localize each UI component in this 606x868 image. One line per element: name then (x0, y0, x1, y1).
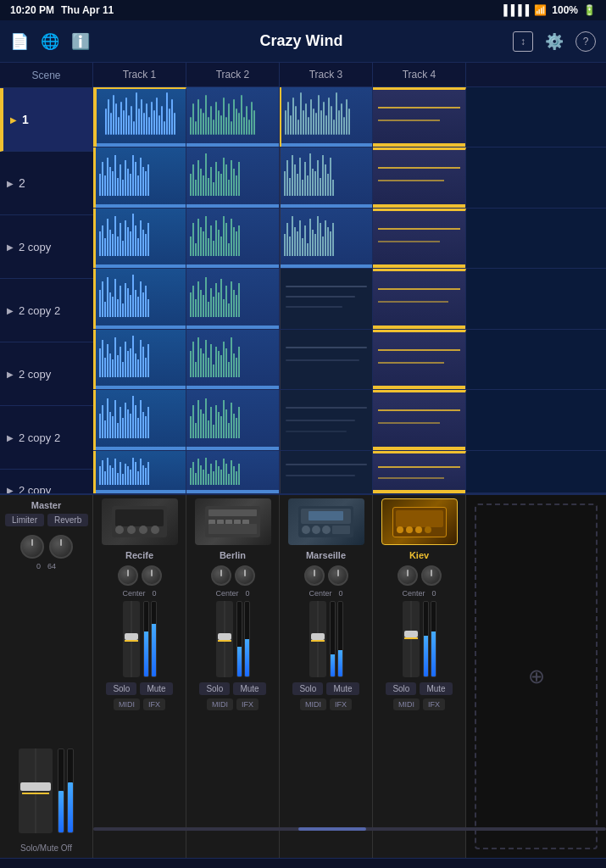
device-berlin[interactable] (195, 498, 271, 545)
clip-5-3[interactable] (280, 330, 373, 390)
kiev-knob-vol[interactable] (421, 565, 442, 586)
scene-row-1[interactable]: ▶ 1 (0, 88, 93, 152)
limiter-button[interactable]: Limiter (5, 514, 44, 526)
scene-row-2copy2b[interactable]: ▶ 2 copy 2 (0, 406, 93, 470)
scene-play-2copy[interactable]: ▶ (7, 242, 14, 252)
berlin-ifx-button[interactable]: IFX (236, 698, 259, 710)
kiev-pan-label: Center (402, 589, 425, 598)
clip-7-4[interactable] (373, 451, 466, 493)
clip-3-4[interactable] (373, 209, 466, 269)
scene-play-1[interactable]: ▶ (10, 115, 17, 125)
channel-name-berlin: Berlin (220, 550, 246, 560)
clip-3-2[interactable] (186, 209, 280, 269)
kiev-solo-button[interactable]: Solo (386, 682, 416, 695)
help-icon[interactable]: ? (575, 31, 596, 52)
track-header-1[interactable]: Track 1 (93, 63, 186, 86)
recife-ifx-button[interactable]: IFX (143, 698, 165, 710)
recife-knob-vol[interactable] (142, 565, 162, 586)
info-icon[interactable]: ℹ️ (71, 32, 90, 51)
berlin-pan-label: Center (215, 589, 238, 598)
clip-1-1[interactable] (93, 87, 186, 147)
scene-row-2copy[interactable]: ▶ 2 copy (0, 215, 93, 279)
master-channel-name: Master (5, 500, 87, 510)
export-icon[interactable]: ↕ (513, 31, 533, 52)
recife-solo-button[interactable]: Solo (106, 682, 136, 695)
clip-3-3[interactable] (280, 209, 373, 269)
berlin-midi-button[interactable]: MIDI (207, 698, 233, 710)
scene-name-1: 1 (22, 113, 29, 126)
master-effects: Limiter Reverb (5, 514, 87, 526)
scene-play-2copy2[interactable]: ▶ (7, 306, 14, 315)
clip-1-2[interactable] (186, 87, 280, 147)
clip-1-4[interactable] (373, 87, 466, 147)
kiev-knob-pan[interactable] (398, 565, 418, 586)
recife-mute-button[interactable]: Mute (140, 682, 172, 695)
scene-name-2copy3: 2 copy (19, 368, 51, 381)
scene-play-2copy3[interactable]: ▶ (7, 370, 14, 379)
scene-row-partial[interactable]: ▶ 2 copy (0, 470, 93, 493)
clip-4-4[interactable] (373, 269, 466, 329)
device-kiev[interactable] (381, 498, 458, 545)
berlin-solo-button[interactable]: Solo (199, 682, 230, 695)
reverb-button[interactable]: Reverb (47, 514, 88, 526)
marseille-ifx-button[interactable]: IFX (330, 698, 352, 710)
clip-2-4[interactable] (373, 147, 466, 208)
marseille-knob-vol[interactable] (328, 565, 348, 586)
clip-2-3[interactable] (280, 147, 373, 208)
track-header-3[interactable]: Track 3 (280, 63, 373, 86)
marseille-knob-pan[interactable] (304, 565, 325, 586)
add-channel-button[interactable]: ⊕ (475, 504, 598, 849)
clip-6-3[interactable] (280, 390, 373, 450)
master-knob-1[interactable] (20, 535, 44, 559)
marseille-midi-button[interactable]: MIDI (300, 698, 326, 710)
scene-row-2[interactable]: ▶ 2 (0, 152, 93, 215)
kiev-ifx-button[interactable]: IFX (423, 698, 445, 710)
kiev-midi-button[interactable]: MIDI (393, 698, 420, 710)
clip-4-2[interactable] (186, 269, 280, 329)
master-knob2-value: 64 (47, 562, 56, 570)
scene-row-2copy3[interactable]: ▶ 2 copy (0, 342, 93, 406)
recife-midi-button[interactable]: MIDI (114, 698, 140, 710)
device-marseille[interactable] (288, 498, 364, 545)
mixer: Master Limiter Reverb 0 64 (0, 493, 606, 858)
clip-4-1[interactable] (93, 269, 186, 329)
recife-knob-pan[interactable] (118, 565, 138, 586)
clip-7-1[interactable] (93, 451, 186, 493)
scene-play-2[interactable]: ▶ (7, 179, 14, 188)
clip-1-3[interactable] (280, 87, 373, 147)
scrollbar-thumb[interactable] (298, 827, 366, 831)
clip-5-4[interactable] (373, 330, 466, 390)
settings-icon[interactable]: ⚙️ (545, 32, 564, 51)
globe-icon[interactable]: 🌐 (41, 32, 59, 51)
track-header-2[interactable]: Track 2 (186, 63, 280, 86)
marseille-solo-button[interactable]: Solo (292, 682, 323, 695)
clip-3-1[interactable] (93, 209, 186, 269)
clip-2-2[interactable] (186, 147, 280, 208)
berlin-knob-pan[interactable] (211, 565, 231, 586)
scene-play-2copy2b[interactable]: ▶ (7, 433, 14, 442)
clip-4-3[interactable] (280, 269, 373, 329)
clip-row-partial (93, 451, 606, 493)
clip-7-2[interactable] (186, 451, 280, 493)
berlin-mute-button[interactable]: Mute (233, 682, 265, 695)
clip-2-1[interactable] (93, 147, 186, 208)
wifi-icon: 📶 (534, 4, 547, 16)
document-icon[interactable]: 📄 (10, 32, 29, 51)
channel-marseille: Marseille Center 0 S (280, 495, 373, 858)
berlin-knob-vol[interactable] (235, 565, 255, 586)
time-display: 10:20 PM (10, 4, 54, 16)
clip-6-1[interactable] (93, 390, 186, 450)
clip-5-2[interactable] (186, 330, 280, 390)
kiev-mute-button[interactable]: Mute (420, 682, 452, 695)
device-recife[interactable] (102, 498, 178, 545)
track-header-4[interactable]: Track 4 (373, 63, 466, 86)
marseille-mute-button[interactable]: Mute (326, 682, 359, 695)
clip-5-1[interactable] (93, 330, 186, 390)
clip-7-3[interactable] (280, 451, 373, 493)
scene-row-2copy2[interactable]: ▶ 2 copy 2 (0, 279, 93, 342)
master-knob-2[interactable] (49, 535, 73, 559)
clip-6-4[interactable] (373, 390, 466, 450)
scene-play-partial[interactable]: ▶ (7, 486, 14, 493)
clip-6-2[interactable] (186, 390, 280, 450)
horizontal-scrollbar[interactable] (93, 827, 606, 831)
